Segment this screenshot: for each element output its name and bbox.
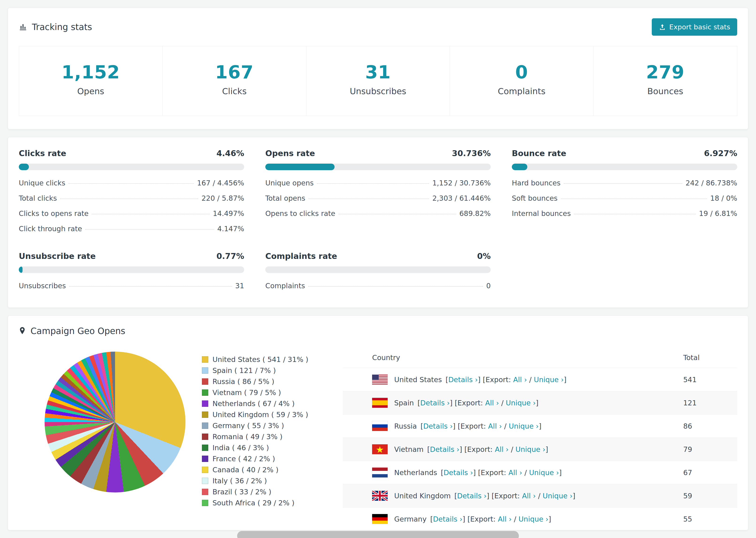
stat-box-unsubscribes: 31 Unsubscribes	[306, 46, 450, 116]
rate-detail-label: Unique opens	[265, 179, 314, 187]
tracking-stats-header: Tracking stats Export basic stats	[19, 18, 737, 36]
details-link[interactable]: Details ›	[444, 468, 473, 477]
legend-label: Spain ( 121 / 7% )	[212, 366, 276, 375]
stat-box-opens: 1,152 Opens	[19, 46, 162, 116]
bracket-text: ]	[549, 515, 551, 523]
rate-value: 30.736%	[452, 149, 491, 158]
export-basic-stats-button[interactable]: Export basic stats	[652, 18, 737, 36]
flag-gb-icon	[372, 491, 388, 501]
separator-text: /	[512, 515, 518, 523]
rate-detail-value: 242 / 86.738%	[685, 179, 737, 187]
stat-label: Unsubscribes	[306, 86, 450, 96]
separator-text: /	[502, 422, 509, 430]
export-all-link[interactable]: All ›	[522, 492, 536, 500]
country-total: 55	[683, 515, 737, 523]
export-unique-link[interactable]: Unique ›	[509, 422, 539, 430]
details-link[interactable]: Details ›	[457, 492, 487, 500]
details-link[interactable]: Details ›	[448, 376, 478, 384]
geo-table-row: Russia [Details ›] [Export: All › / Uniq…	[343, 414, 737, 438]
rate-detail-row: Complaints 0	[265, 278, 491, 294]
export-unique-link[interactable]: Unique ›	[515, 445, 545, 454]
rates-grid: Clicks rate 4.46% Unique clicks 167 / 4.…	[19, 149, 737, 294]
bracket-text: ]	[536, 399, 539, 407]
rate-title: Opens rate	[265, 149, 315, 158]
rate-detail-value: 19 / 6.81%	[699, 209, 737, 218]
legend-label: Germany ( 55 / 3% )	[212, 422, 284, 430]
export-all-link[interactable]: All ›	[485, 399, 499, 407]
legend-item: India ( 46 / 3% )	[202, 442, 343, 453]
rate-progress-track	[265, 164, 491, 170]
country-name: Germany	[394, 515, 427, 523]
export-all-link[interactable]: All ›	[488, 422, 502, 430]
export-all-link[interactable]: All ›	[498, 515, 512, 523]
stat-value: 31	[306, 62, 450, 82]
legend-label: Netherlands ( 67 / 4% )	[212, 400, 295, 408]
details-link[interactable]: Details ›	[420, 399, 450, 407]
location-pin-icon	[19, 327, 26, 336]
geo-opens-title-text: Campaign Geo Opens	[30, 326, 125, 336]
bracket-text: ] [Export:	[478, 376, 513, 384]
details-link[interactable]: Details ›	[423, 422, 453, 430]
rate-value: 0.77%	[216, 251, 244, 261]
rate-detail-label: Soft bounces	[512, 194, 558, 202]
legend-swatch	[202, 422, 208, 429]
bracket-text: ] [Export:	[459, 445, 495, 454]
legend-item: Canada ( 40 / 2% )	[202, 464, 343, 475]
legend-item: South Africa ( 29 / 2% )	[202, 497, 343, 509]
dotted-leader	[308, 198, 429, 199]
flag-ru-icon	[372, 421, 388, 431]
flag-us-icon	[372, 375, 388, 385]
dotted-leader	[574, 214, 696, 214]
export-unique-link[interactable]: Unique ›	[518, 515, 548, 523]
dotted-leader	[308, 286, 483, 287]
export-unique-link[interactable]: Unique ›	[543, 492, 572, 500]
export-basic-stats-label: Export basic stats	[669, 23, 730, 31]
export-all-link[interactable]: All ›	[495, 445, 509, 454]
legend-label: Canada ( 40 / 2% )	[212, 466, 279, 474]
tracking-stats-card: Tracking stats Export basic stats 1,152 …	[8, 8, 748, 129]
export-unique-link[interactable]: Unique ›	[506, 399, 536, 407]
details-link[interactable]: Details ›	[433, 515, 462, 523]
legend-item: United States ( 541 / 31% )	[202, 354, 343, 365]
rate-block: Bounce rate 6.927% Hard bounces 242 / 86…	[512, 149, 737, 237]
legend-swatch	[202, 434, 208, 440]
geo-table-row: Germany [Details ›] [Export: All › / Uni…	[343, 507, 737, 530]
country-name: Russia	[394, 422, 417, 430]
tracking-stats-title: Tracking stats	[19, 22, 92, 32]
rate-head: Unsubscribe rate 0.77%	[19, 251, 244, 261]
legend-item: Romania ( 49 / 3% )	[202, 431, 343, 442]
rate-detail-value: 18 / 0%	[710, 194, 737, 202]
rate-head: Complaints rate 0%	[265, 251, 491, 261]
legend-item: Russia ( 86 / 5% )	[202, 376, 343, 387]
geo-table-header-row: Country Total	[343, 348, 737, 368]
country-total: 59	[683, 492, 737, 500]
flag-es-icon	[372, 398, 388, 408]
country-name: United Kingdom	[394, 492, 451, 500]
details-link[interactable]: Details ›	[430, 445, 459, 454]
legend-swatch	[202, 500, 208, 506]
stat-value: 279	[594, 62, 737, 82]
legend-item: Italy ( 36 / 2% )	[202, 475, 343, 486]
export-all-link[interactable]: All ›	[513, 376, 527, 384]
legend-item: France ( 42 / 2% )	[202, 453, 343, 464]
rate-block: Clicks rate 4.46% Unique clicks 167 / 4.…	[19, 149, 244, 237]
rate-value: 6.927%	[704, 149, 737, 158]
export-unique-link[interactable]: Unique ›	[534, 376, 564, 384]
rate-detail-label: Clicks to opens rate	[19, 209, 88, 218]
legend-swatch	[202, 445, 208, 451]
country-total: 86	[683, 422, 737, 430]
country-name: Spain	[394, 399, 414, 407]
country-name: Netherlands	[394, 468, 437, 477]
geo-pie-chart	[45, 351, 186, 493]
rate-detail-value: 31	[235, 282, 244, 290]
bracket-text: ]	[559, 468, 562, 477]
bracket-text: [	[428, 515, 433, 523]
export-all-link[interactable]: All ›	[508, 468, 522, 477]
rate-progress-fill	[265, 164, 335, 170]
bracket-text: ] [Export:	[450, 399, 485, 407]
rate-detail-value: 220 / 5.87%	[201, 194, 244, 202]
export-unique-link[interactable]: Unique ›	[529, 468, 559, 477]
horizontal-scrollbar-thumb[interactable]	[237, 531, 519, 538]
country-name: Vietnam	[394, 445, 423, 454]
rate-head: Opens rate 30.736%	[265, 149, 491, 158]
